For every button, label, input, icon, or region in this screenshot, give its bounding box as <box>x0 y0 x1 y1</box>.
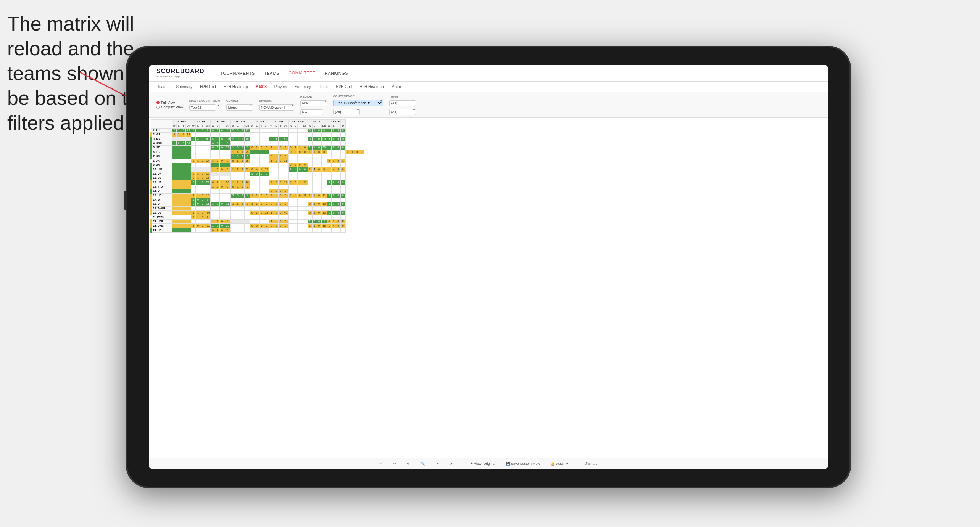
matrix-cell <box>302 133 308 137</box>
matrix-cell <box>191 163 196 167</box>
table-row: 16. UO2101420011100210021011110112000 <box>151 193 364 198</box>
matrix-cell: 0 <box>240 193 245 198</box>
matrix-cell <box>274 163 278 167</box>
matrix-cell: 3 <box>321 219 327 223</box>
zoom-out-button[interactable]: 🔍- <box>418 461 428 467</box>
subnav-detail[interactable]: Detail <box>318 84 329 90</box>
full-view-radio[interactable]: Full View <box>156 101 183 104</box>
team-name-cell: 7. UM <box>151 154 172 159</box>
matrix-cell: 13 <box>321 211 327 215</box>
team-select[interactable]: (All) <box>389 100 416 106</box>
matrix-cell: 2 <box>211 185 215 189</box>
matrix-cell <box>298 211 302 215</box>
region-select[interactable]: N/A East West <box>300 100 327 106</box>
matrix-cell: 2 <box>359 150 364 154</box>
matrix-cell: 1 <box>177 128 181 132</box>
watch-button[interactable]: 🔔 Watch ▾ <box>548 461 571 467</box>
matrix-cell: 0 <box>283 224 288 228</box>
matrix-cell: 1 <box>269 211 274 215</box>
subnav-h2hheatmap2[interactable]: H2H Heatmap <box>359 84 384 90</box>
matrix-cell <box>200 185 205 189</box>
table-row: 14. TTU22000200 <box>151 185 364 189</box>
matrix-cell: 1 <box>177 133 181 137</box>
division-select[interactable]: NCAA Division I NCAA Division II NCAA Di… <box>259 104 294 111</box>
subnav-players[interactable]: Players <box>274 84 288 90</box>
subnav-h2hgrid2[interactable]: H2H Grid <box>335 84 353 90</box>
nav-tournaments[interactable]: TOURNAMENTS <box>220 69 256 77</box>
matrix-cell: 0 <box>317 202 321 206</box>
matrix-cell <box>283 128 288 132</box>
reset-button[interactable]: ⟳ <box>447 461 455 467</box>
matrix-cell: 1 <box>327 167 331 172</box>
share-button[interactable]: ⤴ Share <box>583 461 600 467</box>
nav-rankings[interactable]: RANKINGS <box>324 69 349 77</box>
nav-teams[interactable]: TEAMS <box>263 69 280 77</box>
conference-select[interactable]: Pac-12 Conference ▼ ACC Big Ten <box>333 100 383 106</box>
matrix-cell: 18 <box>321 224 327 228</box>
table-row: 24. UO0200 <box>151 228 364 232</box>
matrix-cell <box>317 189 321 193</box>
matrix-cell: 22 <box>224 146 231 150</box>
matrix-cell: 0 <box>224 219 231 223</box>
matrix-cell <box>274 133 278 137</box>
subnav-summary2[interactable]: Summary <box>294 84 312 90</box>
matrix-block-cell <box>308 198 327 202</box>
team-name-cell: 11. UA <box>151 172 172 176</box>
matrix-cell <box>283 141 288 145</box>
matrix-cell: 0 <box>278 180 283 185</box>
matrix-cell <box>331 185 336 189</box>
matrix-cell: 0 <box>302 167 308 172</box>
subnav-h2hheatmap1[interactable]: H2H Heatmap <box>223 84 248 90</box>
matrix-cell: 0 <box>264 146 269 150</box>
matrix-cell: 0 <box>205 198 211 202</box>
compact-view-radio[interactable]: Compact View <box>156 105 183 109</box>
zoom-in-button[interactable]: + <box>434 461 441 467</box>
undo-button[interactable]: ↩ <box>377 461 385 467</box>
max-teams-select[interactable]: Top 25 Top 50 All <box>189 104 216 111</box>
matrix-cell: 0 <box>240 128 245 132</box>
matrix-cell <box>220 198 224 202</box>
team-name-cell: 10. UW <box>151 167 172 172</box>
save-custom-view-button[interactable]: 💾 Save Custom View <box>504 461 542 467</box>
matrix-cell <box>264 163 269 167</box>
matrix-cell <box>231 224 235 228</box>
matrix-cell <box>240 215 245 219</box>
matrix-cell <box>298 176 302 180</box>
matrix-cell: 0 <box>317 193 321 198</box>
matrix-cell <box>259 198 264 202</box>
matrix-cell: 0 <box>336 159 340 163</box>
redo-button[interactable]: ↪ <box>391 461 398 467</box>
view-original-button[interactable]: 👁 View: Original <box>467 461 498 467</box>
matrix-cell <box>278 141 283 145</box>
matrix-cell <box>211 193 215 198</box>
matrix-cell <box>283 206 288 210</box>
matrix-content[interactable]: 3. ASU 10. UW 11. UA 22. UCB 24. UO 27. … <box>149 118 828 458</box>
matrix-cell: 11 <box>340 137 345 141</box>
matrix-cell <box>196 185 200 189</box>
subnav-teams[interactable]: Teams <box>156 84 169 90</box>
matrix-cell: 1 <box>231 154 235 159</box>
matrix-cell <box>259 154 264 159</box>
gender-select[interactable]: Men's Women's <box>226 104 253 111</box>
matrix-cell <box>224 189 231 193</box>
matrix-cell <box>308 176 312 180</box>
region-input[interactable] <box>300 109 323 115</box>
matrix-cell <box>269 228 274 232</box>
conference-all-select[interactable]: (All) <box>333 109 360 115</box>
sh-su-t: T <box>278 124 283 128</box>
subnav-matrix1[interactable]: Matrix <box>255 83 267 90</box>
matrix-cell <box>289 228 293 232</box>
matrix-cell: 0 <box>196 198 200 202</box>
team-all-select[interactable]: (All) <box>389 109 416 115</box>
subnav-matrix2[interactable]: Matrix <box>391 84 403 90</box>
matrix-cell: 1 <box>196 215 200 219</box>
subnav-summary1[interactable]: Summary <box>175 84 193 90</box>
matrix-cell: 0 <box>278 193 283 198</box>
matrix-cell: 15 <box>245 159 250 163</box>
matrix-cell <box>240 228 245 232</box>
conference-filter: Conference Pac-12 Conference ▼ ACC Big T… <box>333 95 383 115</box>
nav-committee[interactable]: COMMITTEE <box>288 69 316 77</box>
subnav-h2hgrid1[interactable]: H2H Grid <box>199 84 217 90</box>
refresh-button[interactable]: ↺ <box>405 461 412 467</box>
team-name-cell: 8. UAF <box>151 159 172 163</box>
